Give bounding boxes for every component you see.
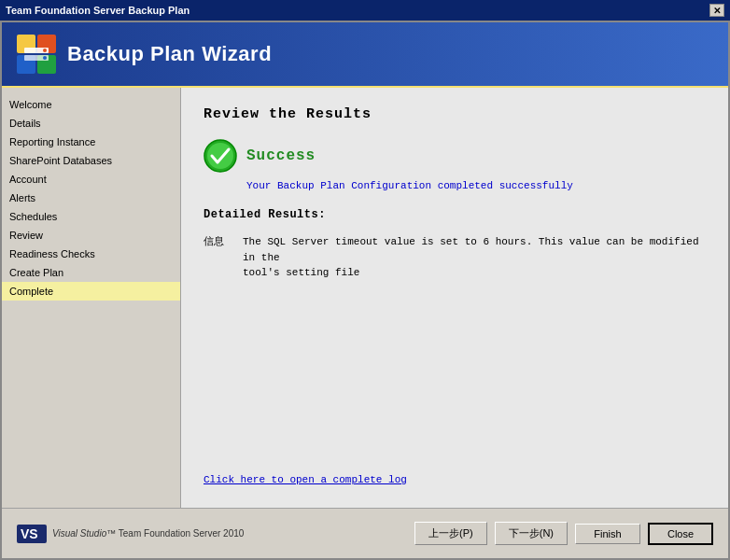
- success-row: Success: [204, 139, 706, 173]
- vs-logo-icon: VS: [17, 525, 47, 543]
- result-message: The SQL Server timeout value is set to 6…: [243, 234, 706, 281]
- main-window: Backup Plan Wizard Welcome Details Repor…: [0, 21, 730, 560]
- success-icon: [204, 139, 237, 173]
- success-subtitle: Your Backup Plan Configuration completed…: [246, 180, 706, 191]
- sidebar-item-welcome[interactable]: Welcome: [2, 95, 180, 114]
- result-code: 信息: [204, 234, 232, 281]
- finish-button[interactable]: Finish: [575, 524, 640, 544]
- back-button[interactable]: 上一步(P): [414, 522, 487, 545]
- detailed-results-label: Detailed Results:: [204, 208, 706, 221]
- success-label: Success: [246, 147, 316, 164]
- sidebar-item-alerts[interactable]: Alerts: [2, 189, 180, 207]
- footer-logo-text: Visual Studio™ Team Foundation Server 20…: [52, 528, 244, 539]
- footer-logo-brand: Visual Studio™ Team Foundation Server 20…: [52, 528, 244, 539]
- svg-point-6: [43, 49, 47, 52]
- svg-point-7: [43, 56, 47, 60]
- title-bar: Team Foundation Server Backup Plan ✕: [0, 0, 730, 21]
- sidebar-item-details[interactable]: Details: [2, 114, 180, 133]
- result-row: 信息 The SQL Server timeout value is set t…: [204, 231, 706, 285]
- complete-log-link[interactable]: Click here to open a complete log: [204, 474, 407, 485]
- sidebar-item-account[interactable]: Account: [2, 170, 180, 189]
- sidebar-item-review[interactable]: Review: [2, 226, 180, 245]
- sidebar-item-complete[interactable]: Complete: [2, 282, 180, 301]
- section-title: Review the Results: [204, 106, 706, 122]
- wizard-header-icon: [17, 35, 56, 74]
- sidebar-item-create[interactable]: Create Plan: [2, 263, 180, 282]
- main-panel: Review the Results Success Your Backup P…: [181, 88, 728, 508]
- sidebar: Welcome Details Reporting Instance Share…: [2, 88, 181, 508]
- footer: VS Visual Studio™ Team Foundation Server…: [2, 508, 728, 558]
- sidebar-item-readiness[interactable]: Readiness Checks: [2, 245, 180, 263]
- close-button[interactable]: Close: [648, 523, 713, 545]
- wizard-header-title: Backup Plan Wizard: [67, 42, 272, 66]
- window-close-button[interactable]: ✕: [709, 4, 724, 17]
- svg-text:VS: VS: [21, 526, 38, 541]
- content-area: Welcome Details Reporting Instance Share…: [2, 86, 728, 508]
- next-button[interactable]: 下一步(N): [495, 522, 568, 545]
- footer-logo: VS Visual Studio™ Team Foundation Server…: [17, 525, 244, 543]
- sidebar-item-sharepoint[interactable]: SharePoint Databases: [2, 151, 180, 170]
- sidebar-item-reporting[interactable]: Reporting Instance: [2, 133, 180, 151]
- wizard-header: Backup Plan Wizard: [2, 22, 728, 86]
- title-bar-text: Team Foundation Server Backup Plan: [6, 5, 190, 16]
- sidebar-item-schedules[interactable]: Schedules: [2, 207, 180, 226]
